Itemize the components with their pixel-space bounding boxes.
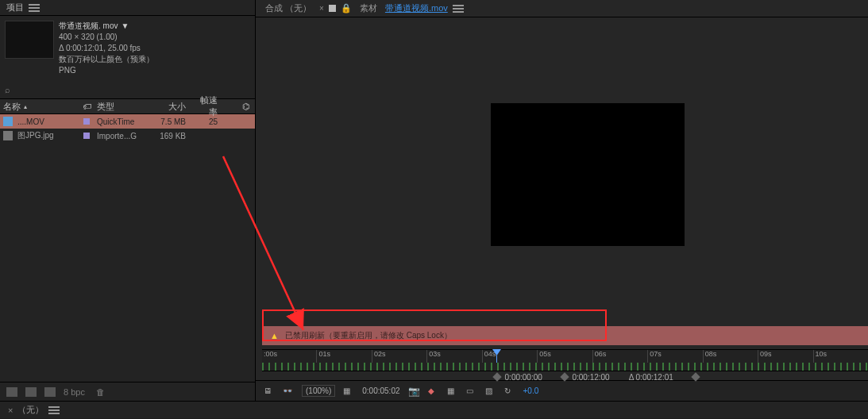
cache-indicator [262,363,868,371]
ruler-tick[interactable]: 04s [482,350,537,363]
ruler-tick[interactable]: 06s [592,350,647,363]
asset-info: 带通道视频. mov▼ 400 × 320 (1.00) Δ 0:00:12:0… [0,16,255,81]
tab-close-icon[interactable]: × [319,4,324,13]
mov-file-icon [3,117,13,126]
diamond-icon[interactable] [492,372,501,381]
ruler-tick[interactable]: :00s [262,350,316,363]
asset-duration-fps: Δ 0:00:12:01, 25.00 fps [59,43,154,54]
close-icon[interactable]: × [8,406,13,415]
zoom-select[interactable]: (100%) [302,385,335,397]
project-bottom-bar: 8 bpc 🗑 [0,382,255,401]
diamond-icon[interactable] [560,372,569,381]
project-panel-title: 项目 [6,2,24,13]
region-icon[interactable]: ▭ [466,386,477,396]
time-info-row: 0:00:00:00 0:00:12:00 Δ 0:00:12:01 [494,371,868,383]
col-name-header[interactable]: 名称 [3,101,21,113]
table-row[interactable]: 图JPG.jpg Importe...G 169 KB [0,129,255,143]
asset-name: 带通道视频. mov [59,21,118,30]
timecode-display[interactable]: 0:00:05:02 [362,386,399,395]
ruler-tick[interactable]: 02s [372,350,426,363]
timeline-panel-strip: × （无） [0,401,868,418]
asset-dropdown-icon[interactable]: ▼ [121,21,129,30]
color-label-chip[interactable] [83,118,90,125]
panel-menu-icon[interactable] [29,4,40,12]
col-size-header[interactable]: 大小 [149,101,189,113]
new-comp-icon[interactable] [44,387,56,397]
timeline-ruler[interactable]: :00s 01s 02s 03s 04s 05s 06s 07s 08s 09s… [262,349,868,371]
project-panel: 项目 带通道视频. mov▼ 400 × 320 (1.00) Δ 0:00:1… [0,0,256,401]
preview-canvas [491,103,685,246]
channel-icon[interactable]: ◆ [428,386,439,396]
asset-thumbnail[interactable] [5,21,54,59]
panel-menu-icon[interactable] [48,406,60,414]
ruler-tick[interactable]: 03s [426,350,481,363]
transparency-grid-icon[interactable]: ▨ [485,386,496,396]
col-tag-header[interactable]: 🏷 [79,102,94,111]
playhead-marker[interactable] [496,350,497,363]
col-fps-header[interactable]: 帧速率 [189,94,221,118]
ruler-tick[interactable]: 01s [316,350,371,363]
col-type-header[interactable]: 类型 [94,101,149,113]
asset-dimensions: 400 × 320 (1.00) [59,32,154,43]
footage-link[interactable]: 带通道视频.mov [385,2,448,14]
ruler-tick[interactable]: 09s [758,350,812,363]
table-row[interactable]: ....MOV QuickTime 7.5 MB 25 [0,114,255,129]
toggle-alpha-icon[interactable]: 👓 [283,386,294,396]
asset-codec: PNG [59,65,154,76]
timeline-none-label[interactable]: （无） [17,404,44,416]
monitor-icon[interactable]: 🖥 [264,386,275,396]
trash-icon[interactable]: 🗑 [96,387,105,397]
tab-composition[interactable]: 合成 （无） [262,2,314,14]
interpret-footage-icon[interactable] [6,387,17,397]
new-folder-icon[interactable] [25,387,37,397]
asset-color-mode: 数百万种以上颜色（预乘） [59,54,154,65]
ruler-tick[interactable]: 08s [703,350,758,363]
jpg-file-icon [3,131,13,140]
col-flow-icon[interactable]: ⌬ [221,102,255,112]
sort-arrow-icon[interactable]: ▴ [24,103,27,110]
exposure-value[interactable]: +0.0 [523,386,539,395]
tab-marker-icon[interactable] [329,5,336,12]
color-label-chip[interactable] [83,133,90,139]
project-table: 名称 ▴ 🏷 类型 大小 帧速率 ⌬ ....MOV QuickTime 7.5… [0,98,255,382]
bpc-label[interactable]: 8 bpc [64,387,85,397]
snapshot-icon[interactable]: 📷 [408,386,420,397]
ruler-tick[interactable]: 10s [813,350,868,363]
grid-icon[interactable]: ▦ [447,386,458,396]
ruler-tick[interactable]: 05s [537,350,592,363]
resolution-icon[interactable]: ▦ [343,386,354,396]
lock-icon[interactable]: 🔒 [341,3,352,13]
exposure-reset-icon[interactable]: ↻ [504,386,515,396]
ruler-tick[interactable]: 07s [647,350,702,363]
tab-footage-label[interactable]: 素材 [357,2,380,14]
diamond-icon[interactable] [691,372,700,381]
annotation-box [262,309,607,341]
search-icon[interactable]: ⌕ [5,85,10,94]
tab-menu-icon[interactable] [453,5,464,13]
